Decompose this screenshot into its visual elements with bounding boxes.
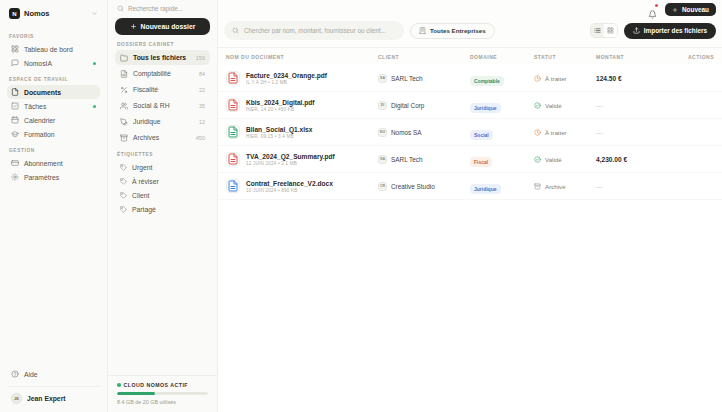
grid-view-button[interactable]	[604, 24, 617, 37]
status-cell: À traiter	[534, 75, 596, 82]
folder-count: 12	[199, 119, 205, 125]
sidebar-item-help[interactable]: Aide	[7, 366, 100, 382]
sidebar-item-tableau-de-bord[interactable]: Tableau de bord	[7, 42, 100, 56]
sidebar: N Nomos FavorisTableau de bordNomosIAEsp…	[0, 0, 108, 412]
status-label: À traiter	[545, 75, 567, 82]
column-header-nom-du-document: Nom du document	[226, 54, 378, 60]
sidebar-item-label: NomosIA	[24, 60, 88, 67]
domain-cell: Juridique	[470, 96, 534, 114]
company-filter-label: Toutes Entreprises	[430, 27, 486, 34]
folder-item-fiscalite[interactable]: Fiscalité22	[115, 82, 210, 97]
clock-icon	[534, 129, 541, 136]
sidebar-item-label: Documents	[24, 89, 96, 96]
document-search-input[interactable]	[244, 27, 396, 34]
sidebar-item-documents[interactable]: Documents	[7, 85, 100, 99]
new-button[interactable]: Nouveau	[665, 3, 716, 16]
domain-badge: Social	[470, 130, 493, 140]
new-folder-button[interactable]: Nouveau dossier	[115, 18, 210, 35]
table-row[interactable]: Facture_0234_Orange.pdfIl y a 2h • 1.2 M…	[218, 65, 722, 92]
quick-search[interactable]: Recherche rapide...	[108, 0, 217, 16]
plus-icon	[130, 23, 137, 30]
document-name: Contrat_Freelance_V2.docx	[246, 180, 333, 187]
document-name-cell: Kbis_2024_Digital.pdfHier, 14:20 • 450 K…	[226, 98, 378, 112]
sidebar-item-taches[interactable]: Tâches	[7, 99, 100, 113]
tag-item-partage[interactable]: Partagé	[115, 202, 210, 216]
cloud-status-title: Cloud Nomos actif	[124, 382, 189, 388]
column-header-statut: Statut	[534, 54, 596, 60]
sidebar-item-nomosia[interactable]: NomosIA	[7, 56, 100, 70]
sidebar-item-formation[interactable]: Formation	[7, 127, 100, 141]
client-name: Nomos SA	[391, 129, 422, 136]
workspace-switcher[interactable]: N Nomos	[7, 6, 100, 27]
amount-cell: ---	[596, 183, 666, 190]
document-meta: 10 juin 2024 • 890 KB	[246, 188, 333, 193]
sidebar-sections: FavorisTableau de bordNomosIAEspace de t…	[7, 27, 100, 184]
user-name: Jean Expert	[27, 395, 66, 402]
client-cell: CRCreative Studio	[378, 182, 470, 191]
notification-badge	[655, 4, 659, 8]
import-files-button[interactable]: Importer des fichiers	[624, 23, 716, 39]
sidebar-bottom: Aide JE Jean Expert	[7, 366, 100, 406]
domain-badge: Comptable	[470, 76, 504, 86]
tags-section-title: Étiquettes	[117, 152, 208, 157]
tag-item-client[interactable]: Client	[115, 188, 210, 202]
document-name-cell: TVA_2024_Q2_Summary.pdf12 juin 2024 • 2.…	[226, 152, 378, 166]
sidebar-item-label: Paramètres	[24, 174, 96, 181]
status-label: Archivé	[545, 183, 566, 190]
client-cell: DIDigital Corp	[378, 101, 470, 110]
tag-label: Partagé	[132, 206, 156, 213]
table-row[interactable]: TVA_2024_Q2_Summary.pdf12 juin 2024 • 2.…	[218, 146, 722, 173]
folder-label: Comptabilité	[133, 70, 194, 77]
column-header-client: Client	[378, 54, 470, 60]
file-icon	[11, 88, 19, 96]
storage-meter	[117, 392, 208, 395]
pdf-file-icon	[226, 98, 240, 112]
tag-label: À réviser	[132, 178, 159, 185]
domain-cell: Fiscal	[470, 150, 534, 168]
status-dot	[93, 105, 96, 108]
help-icon	[11, 370, 19, 378]
folders-section-title: Dossiers cabinet	[117, 42, 208, 47]
amount-cell: 124.50 €	[596, 75, 666, 82]
tag-icon	[120, 192, 127, 199]
cap-icon	[11, 130, 19, 138]
calendar-icon	[11, 116, 19, 124]
folder-item-comptabilite[interactable]: Comptabilité84	[115, 66, 210, 81]
folder-list: Tous les fichiers156Comptabilité84Fiscal…	[115, 50, 210, 145]
quick-search-placeholder: Recherche rapide...	[128, 5, 183, 12]
status-cell: Validé	[534, 156, 596, 163]
table-body: Facture_0234_Orange.pdfIl y a 2h • 1.2 M…	[218, 65, 722, 412]
grid-icon	[607, 27, 614, 34]
sidebar-item-label: Formation	[24, 131, 96, 138]
document-name: Facture_0234_Orange.pdf	[246, 72, 327, 79]
user-menu[interactable]: JE Jean Expert	[7, 386, 100, 406]
document-name: TVA_2024_Q2_Summary.pdf	[246, 153, 335, 160]
status-cell: Archivé	[534, 183, 596, 190]
folder-count: 84	[199, 71, 205, 77]
domain-cell: Juridique	[470, 177, 534, 195]
table-row[interactable]: Kbis_2024_Digital.pdfHier, 14:20 • 450 K…	[218, 92, 722, 119]
table-row[interactable]: Bilan_Social_Q1.xlsxHier, 09:15 • 3.4 MB…	[218, 119, 722, 146]
company-filter[interactable]: Toutes Entreprises	[410, 23, 495, 39]
document-meta: Il y a 2h • 1.2 MB	[246, 80, 327, 85]
search-icon	[232, 27, 239, 34]
tag-item-a-reviser[interactable]: À réviser	[115, 174, 210, 188]
folder-item-juridique[interactable]: Juridique12	[115, 114, 210, 129]
check-square-icon	[11, 102, 19, 110]
folder-item-tous-les-fichiers[interactable]: Tous les fichiers156	[115, 50, 210, 65]
sidebar-item-calendrier[interactable]: Calendrier	[7, 113, 100, 127]
users-icon	[120, 102, 128, 110]
tag-icon	[120, 206, 127, 213]
sidebar-item-parametres[interactable]: Paramètres	[7, 170, 100, 184]
list-view-button[interactable]	[591, 24, 604, 37]
folder-count: 450	[196, 135, 205, 141]
notifications-button[interactable]	[648, 5, 657, 15]
folder-item-archives[interactable]: Archives450	[115, 130, 210, 145]
sidebar-item-abonnement[interactable]: Abonnement	[7, 156, 100, 170]
domain-cell: Social	[470, 123, 534, 141]
tag-label: Urgent	[132, 164, 152, 171]
tag-item-urgent[interactable]: Urgent	[115, 160, 210, 174]
table-row[interactable]: Contrat_Freelance_V2.docx10 juin 2024 • …	[218, 173, 722, 200]
folder-item-social-rh[interactable]: Social & RH35	[115, 98, 210, 113]
list-icon	[594, 27, 601, 34]
